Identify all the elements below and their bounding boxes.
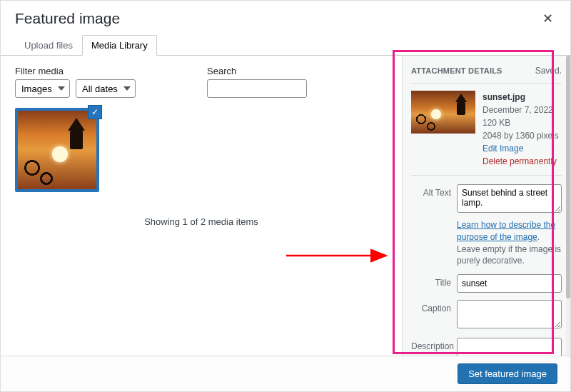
attachment-size: 120 KB: [482, 116, 559, 129]
edit-image-link[interactable]: Edit Image: [482, 142, 559, 155]
search-label: Search: [207, 66, 307, 76]
scrollbar[interactable]: [566, 56, 570, 361]
tab-media-library[interactable]: Media Library: [82, 35, 157, 56]
caption-field[interactable]: [457, 300, 562, 328]
media-status-text: Showing 1 of 2 media items: [15, 216, 388, 227]
attachment-sidebar: ATTACHMENT DETAILS Saved. sunset.jpg Dec…: [402, 56, 570, 361]
attachment-date: December 7, 2022: [482, 104, 559, 116]
title-field[interactable]: [457, 274, 562, 293]
alt-text-label: Alt Text: [411, 184, 457, 198]
title-label: Title: [411, 274, 457, 288]
modal-header: Featured image ✕: [1, 1, 570, 29]
modal-title: Featured image: [15, 10, 120, 27]
filter-type-select[interactable]: Images: [15, 79, 70, 98]
tabs: Upload files Media Library: [1, 29, 570, 56]
set-featured-image-button[interactable]: Set featured image: [458, 363, 557, 384]
filter-date-select[interactable]: All dates: [76, 79, 136, 98]
caption-label: Caption: [411, 300, 457, 313]
description-label: Description: [411, 338, 457, 351]
close-icon[interactable]: ✕: [540, 8, 556, 29]
filter-media-label: Filter media: [15, 66, 136, 76]
modal-footer: Set featured image: [1, 356, 570, 391]
tab-upload-files[interactable]: Upload files: [15, 35, 82, 56]
media-thumbnail-selected[interactable]: ✓: [15, 108, 99, 192]
search-input[interactable]: [207, 79, 307, 98]
alt-text-field[interactable]: Sunset behind a street lamp.: [457, 184, 562, 213]
delete-permanently-link[interactable]: Delete permanently: [482, 155, 559, 168]
thumbnail-image: [18, 111, 96, 189]
attachment-thumbnail: [411, 91, 475, 134]
attachment-meta: sunset.jpg December 7, 2022 120 KB 2048 …: [482, 91, 559, 168]
media-main-area: Filter media Images All dates Search: [1, 56, 402, 361]
attachment-filename: sunset.jpg: [482, 91, 559, 104]
saved-indicator: Saved.: [535, 66, 562, 76]
alt-text-help: Learn how to describe the purpose of the…: [457, 219, 562, 267]
check-icon[interactable]: ✓: [88, 105, 102, 119]
attachment-details-heading: ATTACHMENT DETAILS: [411, 66, 502, 75]
attachment-dimensions: 2048 by 1360 pixels: [482, 129, 559, 142]
alt-text-help-link[interactable]: Learn how to describe the purpose of the…: [457, 220, 555, 242]
